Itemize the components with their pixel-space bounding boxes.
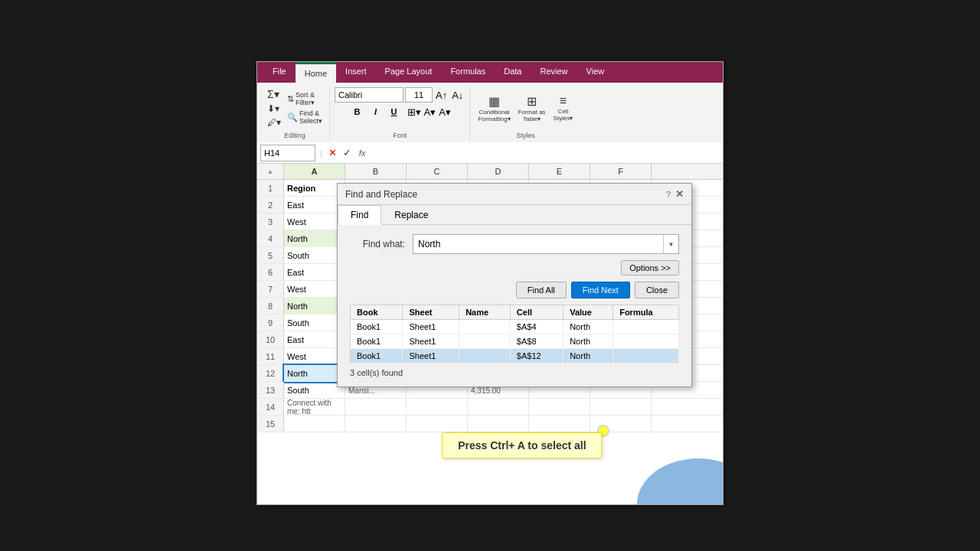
- fill-color-button[interactable]: A▾: [424, 106, 436, 118]
- font-color-button[interactable]: A▾: [439, 106, 451, 118]
- cell-a6[interactable]: East: [284, 264, 345, 281]
- find-next-button[interactable]: Find Next: [571, 282, 630, 298]
- dialog-tab-find[interactable]: Find: [338, 205, 381, 225]
- cell-a2[interactable]: East: [284, 197, 345, 214]
- result-value: North: [564, 320, 613, 334]
- cell-d15[interactable]: [468, 416, 529, 432]
- dialog-actions: Find All Find Next Close: [350, 282, 679, 298]
- result-row[interactable]: Book1 Sheet1 $A$4 North: [351, 320, 679, 334]
- fill-button[interactable]: ⬇▾: [265, 103, 283, 115]
- col-header-d[interactable]: D: [468, 164, 529, 179]
- col-header-b[interactable]: B: [345, 164, 407, 179]
- find-all-button[interactable]: Find All: [516, 282, 567, 298]
- fx-icon[interactable]: fx: [358, 147, 368, 159]
- result-book: Book1: [351, 349, 403, 364]
- row-number: 6: [257, 264, 284, 280]
- font-name-input[interactable]: [335, 87, 403, 103]
- find-dropdown-button[interactable]: ▼: [663, 235, 678, 253]
- cell-f14[interactable]: [590, 399, 652, 416]
- font-group: A↑ A↓ B I U ⊞▾ A▾ A▾ Font: [330, 86, 470, 141]
- row-number: 11: [257, 348, 284, 364]
- clear-button[interactable]: 🖊▾: [265, 116, 283, 129]
- italic-button[interactable]: I: [368, 104, 384, 119]
- cell-a14[interactable]: Connect with me: htt: [284, 399, 345, 416]
- sort-filter-button[interactable]: ⇅ Sort &Filter▾: [285, 90, 325, 107]
- options-button[interactable]: Options >>: [621, 260, 679, 276]
- col-header-a[interactable]: A: [284, 164, 345, 179]
- border-button[interactable]: ⊞▾: [407, 106, 421, 118]
- dialog-controls: ? ✕: [666, 188, 684, 200]
- font-size-input[interactable]: [405, 87, 433, 103]
- tab-formulas[interactable]: Formulas: [441, 62, 495, 83]
- formula-bar: | ✕ ✓ fx: [257, 142, 723, 164]
- col-header-book: Book: [351, 305, 403, 320]
- name-box[interactable]: [260, 145, 315, 161]
- result-cell: $A$12: [510, 349, 563, 364]
- find-input[interactable]: [413, 235, 663, 253]
- dialog-help-button[interactable]: ?: [666, 190, 671, 199]
- cell-c15[interactable]: [407, 416, 468, 432]
- result-name: [459, 320, 511, 334]
- column-headers: ▲ A B C D E F: [257, 164, 723, 180]
- confirm-icon[interactable]: ✓: [341, 145, 353, 160]
- tab-review[interactable]: Review: [531, 62, 577, 83]
- tab-page-layout[interactable]: Page Layout: [376, 62, 442, 83]
- col-header-c[interactable]: C: [407, 164, 468, 179]
- cell-a7[interactable]: West: [284, 281, 345, 298]
- find-select-button[interactable]: 🔍 Find &Select▾: [285, 109, 325, 126]
- cell-e15[interactable]: [529, 416, 590, 432]
- row-number: 14: [257, 399, 284, 415]
- cell-a4[interactable]: North: [284, 230, 345, 247]
- dialog-title: Find and Replace: [345, 189, 417, 200]
- cancel-icon[interactable]: ✕: [327, 145, 338, 160]
- ribbon-content: Σ▾ ⬇▾ 🖊▾ ⇅ Sort &Filter▾ 🔍 Find &Select▾…: [257, 83, 723, 142]
- tab-home[interactable]: Home: [296, 62, 336, 83]
- conditional-formatting-button[interactable]: ▦ ConditionalFormatting▾: [475, 93, 513, 124]
- tooltip: Press Ctrl+ A to select all: [442, 432, 602, 458]
- underline-button[interactable]: U: [386, 104, 403, 119]
- cell-b15[interactable]: [345, 416, 407, 432]
- col-header-f[interactable]: F: [590, 164, 652, 179]
- cell-a3[interactable]: West: [284, 214, 345, 230]
- cell-e14[interactable]: [529, 399, 590, 416]
- sum-button[interactable]: Σ▾: [265, 87, 283, 101]
- table-row: 14 Connect with me: htt: [257, 399, 723, 416]
- tab-insert[interactable]: Insert: [336, 62, 376, 83]
- format-as-table-button[interactable]: ⊞ Format asTable▾: [515, 93, 549, 124]
- cell-b14[interactable]: [345, 399, 407, 416]
- cell-styles-button[interactable]: ≡ CellStyles▾: [550, 93, 577, 123]
- col-header-e[interactable]: E: [529, 164, 590, 179]
- row-number: 4: [257, 230, 284, 246]
- bold-button[interactable]: B: [349, 104, 366, 119]
- cell-a5[interactable]: South: [284, 247, 345, 264]
- result-sheet: Sheet1: [403, 334, 459, 349]
- cell-a9[interactable]: South: [284, 315, 345, 331]
- cell-a12[interactable]: North: [284, 365, 345, 382]
- dialog-titlebar: Find and Replace ? ✕: [338, 184, 691, 205]
- tab-view[interactable]: View: [577, 62, 614, 83]
- cell-c14[interactable]: [407, 399, 468, 416]
- cell-a8[interactable]: North: [284, 298, 345, 315]
- close-button[interactable]: Close: [635, 282, 679, 298]
- cell-a10[interactable]: East: [284, 331, 345, 348]
- col-header-value: Value: [564, 305, 613, 320]
- font-shrink-btn[interactable]: A↓: [450, 90, 465, 101]
- tab-file[interactable]: File: [263, 62, 296, 83]
- cell-d14[interactable]: [468, 399, 529, 416]
- dialog-close-title-button[interactable]: ✕: [675, 188, 684, 200]
- row-number: 9: [257, 315, 284, 331]
- cell-a1[interactable]: Region: [284, 180, 345, 197]
- tab-data[interactable]: Data: [495, 62, 531, 83]
- result-row[interactable]: Book1 Sheet1 $A$8 North: [351, 334, 679, 349]
- result-book: Book1: [351, 334, 403, 349]
- cell-f15[interactable]: [590, 416, 652, 432]
- dialog-tab-replace[interactable]: Replace: [381, 205, 441, 225]
- cell-a11[interactable]: West: [284, 348, 345, 365]
- result-row[interactable]: Book1 Sheet1 $A$12 North: [351, 349, 679, 364]
- cell-a13[interactable]: South: [284, 382, 345, 399]
- font-grow-btn[interactable]: A↑: [434, 90, 449, 101]
- row-number: 7: [257, 281, 284, 297]
- result-sheet: Sheet1: [403, 349, 459, 364]
- find-input-wrapper: ▼: [413, 234, 679, 254]
- cell-a15[interactable]: [284, 416, 345, 432]
